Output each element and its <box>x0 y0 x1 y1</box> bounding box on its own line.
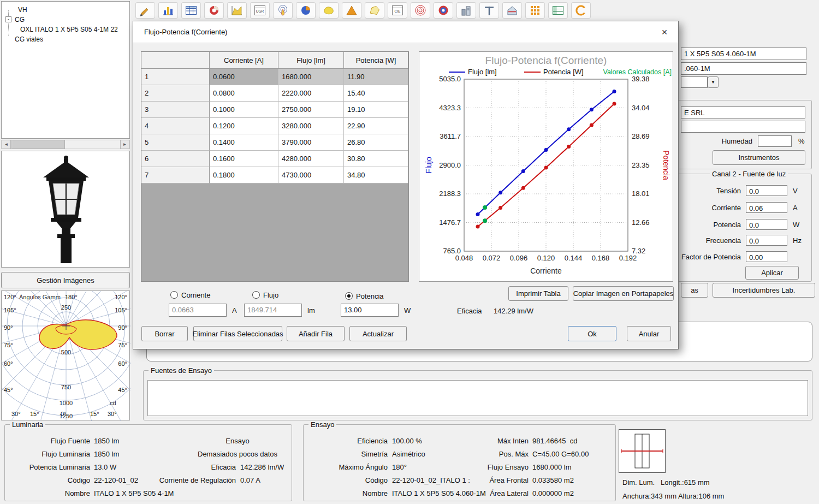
row-number[interactable]: 2 <box>141 85 210 102</box>
area-chart-icon[interactable] <box>227 2 247 19</box>
table-row[interactable]: 5 0.1400 3790.000 26.80 <box>141 134 408 151</box>
anadir-fila-button[interactable]: Añadir Fila <box>287 326 345 341</box>
table-icon[interactable] <box>181 2 201 19</box>
cell-corriente[interactable]: 0.1600 <box>210 151 278 167</box>
humedad-input[interactable] <box>758 135 792 147</box>
row-number[interactable]: 7 <box>141 167 210 183</box>
cell-potencia[interactable]: 11.90 <box>344 69 408 85</box>
tension-input[interactable]: 0.0 <box>746 185 787 196</box>
isocandela-icon[interactable] <box>434 2 453 19</box>
corriente-input[interactable]: 0.06 <box>746 202 787 213</box>
lab-extra-field[interactable] <box>681 121 805 133</box>
cell-potencia[interactable]: 19.10 <box>344 102 408 118</box>
combo-field[interactable] <box>681 76 708 88</box>
lab-name-field[interactable]: E SRL <box>681 106 805 118</box>
close-icon[interactable]: × <box>657 26 672 39</box>
matrix-icon[interactable] <box>525 2 545 19</box>
row-number[interactable]: 5 <box>141 134 210 151</box>
pie-chart-icon[interactable] <box>296 2 316 19</box>
table-row[interactable]: 7 0.1800 4730.000 34.80 <box>141 167 408 183</box>
table-row[interactable]: 1 0.0600 1680.000 11.90 <box>141 69 408 85</box>
cell-corriente[interactable]: 0.0600 <box>210 69 278 85</box>
aplicar-button[interactable]: Aplicar <box>745 266 799 280</box>
eliminar-filas-button[interactable]: Eliminar Filas Seleccionadas <box>193 326 282 341</box>
polygon-icon[interactable] <box>365 2 384 19</box>
ugr-table-icon[interactable]: UGR <box>250 2 270 19</box>
radio-flujo-label[interactable]: Flujo <box>263 291 278 299</box>
corriente-calc-input[interactable]: 0.0663 <box>169 304 227 317</box>
table-row[interactable]: 4 0.1200 3280.000 22.90 <box>141 118 408 134</box>
cell-flujo[interactable]: 4280.000 <box>278 151 344 167</box>
street-section-icon[interactable] <box>479 2 499 19</box>
cell-flujo[interactable]: 4730.000 <box>278 167 344 183</box>
flujo-calc-input[interactable]: 1849.714 <box>244 304 302 317</box>
instrumentos-button[interactable]: Instrumentos <box>713 150 805 165</box>
potencia-input[interactable]: 0.0 <box>746 219 787 230</box>
partial-button[interactable]: as <box>681 283 708 298</box>
building-chart-icon[interactable] <box>456 2 476 19</box>
luminaire-name-field[interactable]: 1 X 5P5 S05 4.060-1M <box>681 48 806 60</box>
luminaire-code-field[interactable]: .060-1M <box>681 62 806 75</box>
donut-chart-icon[interactable] <box>204 2 224 19</box>
combo-dropdown-icon[interactable]: ▼ <box>708 76 719 88</box>
row-number[interactable]: 1 <box>141 69 210 85</box>
cell-flujo[interactable]: 1680.000 <box>278 69 344 85</box>
cell-flujo[interactable]: 3280.000 <box>278 118 344 134</box>
radio-flujo[interactable] <box>252 291 260 299</box>
actualizar-button[interactable]: Actualizar <box>349 326 407 341</box>
radio-corriente-label[interactable]: Corriente <box>181 291 210 299</box>
potencia-calc-input[interactable]: 13.00 <box>341 304 399 317</box>
copiar-imagen-button[interactable]: Copiar Imagen en Portapapeles <box>573 286 674 301</box>
cell-corriente[interactable]: 0.1200 <box>210 118 278 134</box>
radio-potencia[interactable] <box>345 292 353 300</box>
cell-corriente[interactable]: 0.1000 <box>210 102 278 118</box>
tree-item-cg[interactable]: CG <box>15 16 25 23</box>
gestion-imagenes-button[interactable]: Gestión Imágenes <box>1 272 130 288</box>
cell-potencia[interactable]: 26.80 <box>344 134 408 151</box>
row-number[interactable]: 3 <box>141 102 210 118</box>
tree-scrollbar[interactable]: ◄ ► <box>1 140 130 149</box>
tree-item-oxl-italo[interactable]: OXL ITALO 1 X 5P5 S05 4-1M 22 <box>20 26 118 33</box>
tree-expander-icon[interactable]: - <box>5 16 11 22</box>
bar-chart-icon[interactable] <box>158 2 178 19</box>
tree-item-vh[interactable]: VH <box>18 6 27 14</box>
c-gamma-curve-icon[interactable] <box>571 2 591 19</box>
tree-item-cg-viales[interactable]: CG viales <box>15 35 43 43</box>
radio-corriente[interactable] <box>170 291 178 299</box>
cell-corriente[interactable]: 0.0800 <box>210 85 278 102</box>
scroll-left-icon[interactable]: ◄ <box>2 140 11 149</box>
frecuencia-input[interactable]: 0.0 <box>746 235 787 246</box>
cell-potencia[interactable]: 34.80 <box>344 167 408 183</box>
row-number[interactable]: 6 <box>141 151 210 167</box>
factor-potencia-input[interactable]: 0.00 <box>746 251 787 262</box>
polar-diagram-icon[interactable] <box>273 2 293 19</box>
row-number[interactable]: 4 <box>141 118 210 134</box>
isolux-icon[interactable] <box>319 2 339 19</box>
edit-pen-icon[interactable] <box>135 2 155 19</box>
data-table-icon[interactable] <box>548 2 568 19</box>
cell-potencia[interactable]: 22.90 <box>344 118 408 134</box>
concentric-rings-icon[interactable] <box>411 2 430 19</box>
anular-button[interactable]: Anular <box>627 326 671 341</box>
table-row[interactable]: 3 0.1000 2750.000 19.10 <box>141 102 408 118</box>
ok-button[interactable]: Ok <box>568 326 616 341</box>
cell-potencia[interactable]: 15.40 <box>344 85 408 102</box>
table-row[interactable]: 2 0.0800 2220.000 15.40 <box>141 85 408 102</box>
scroll-right-icon[interactable]: ► <box>120 140 129 149</box>
scrollbar-thumb[interactable] <box>11 140 65 149</box>
cell-corriente[interactable]: 0.1400 <box>210 134 278 151</box>
cell-corriente[interactable]: 0.1800 <box>210 167 278 183</box>
cell-flujo[interactable]: 3790.000 <box>278 134 344 151</box>
cell-flujo[interactable]: 2750.000 <box>278 102 344 118</box>
cell-potencia[interactable]: 30.80 <box>344 151 408 167</box>
borrar-button[interactable]: Borrar <box>141 326 188 341</box>
road-luminaire-icon[interactable] <box>502 2 522 19</box>
radio-potencia-label[interactable]: Potencia <box>356 292 384 300</box>
cie-diagram-icon[interactable]: CIE <box>388 2 407 19</box>
cell-flujo[interactable]: 2220.000 <box>278 85 344 102</box>
fuentes-ensayo-list[interactable] <box>147 380 808 416</box>
table-row[interactable]: 6 0.1600 4280.000 30.80 <box>141 151 408 167</box>
incertidumbres-lab-button[interactable]: Incertidumbres Lab. <box>713 283 815 298</box>
imprimir-tabla-button[interactable]: Imprimir Tabla <box>508 286 568 301</box>
cone-diagram-icon[interactable] <box>342 2 361 19</box>
